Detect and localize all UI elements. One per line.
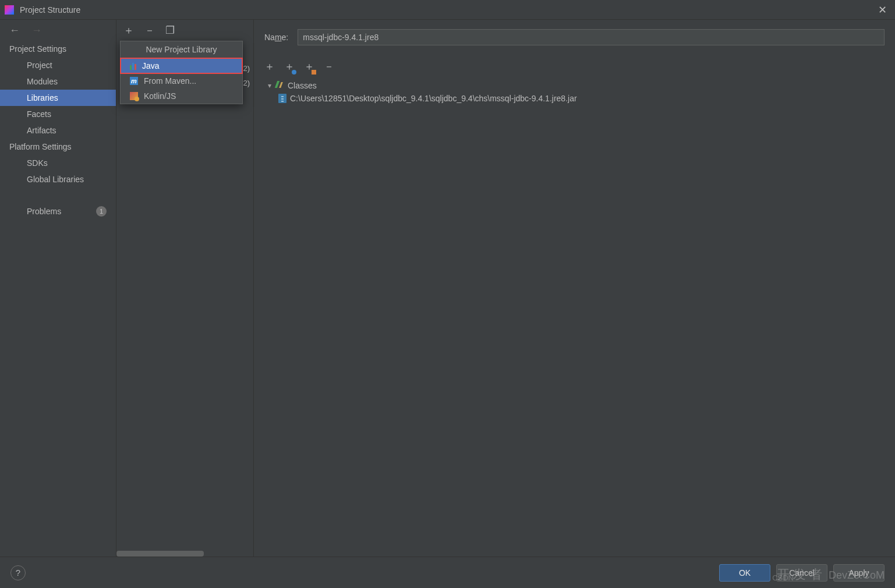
sidebar-item-label: Modules	[27, 77, 58, 86]
maven-icon: m	[130, 77, 138, 85]
chevron-down-icon: ▾	[268, 82, 271, 90]
sidebar-item-artifacts[interactable]: Artifacts	[0, 122, 116, 139]
apply-button[interactable]: Apply	[833, 564, 885, 582]
popup-title: New Project Library	[121, 41, 242, 58]
window-title: Project Structure	[20, 5, 80, 15]
library-roots-tree: ▾ Classes C:\Users\12851\Desktop\sqljdbc…	[264, 76, 885, 105]
copy-library-icon[interactable]: ❐	[165, 24, 175, 37]
sidebar-item-label: Facets	[27, 109, 51, 119]
sidebar-item-project[interactable]: Project	[0, 57, 116, 73]
remove-root-icon[interactable]: －	[324, 59, 334, 73]
java-icon	[130, 62, 136, 70]
library-toolbar: ＋ － ❐	[116, 20, 253, 41]
sidebar: ← → Project Settings Project Modules Lib…	[0, 20, 116, 557]
sidebar-item-sdks[interactable]: SDKs	[0, 155, 116, 171]
jar-path-label: C:\Users\12851\Desktop\sqljdbc_9.4.1\sql…	[290, 94, 577, 103]
app-icon	[5, 5, 14, 15]
library-list-scrollbar[interactable]	[116, 551, 253, 557]
popup-item-from-maven[interactable]: m From Maven...	[121, 73, 242, 88]
popup-item-label: Kotlin/JS	[144, 91, 176, 101]
new-library-popup: New Project Library Java m From Maven...…	[120, 41, 243, 104]
sidebar-item-label: Project	[27, 61, 52, 70]
sidebar-item-label: Global Libraries	[27, 175, 84, 184]
close-icon[interactable]: ✕	[878, 3, 887, 16]
add-url-root-icon[interactable]: ＋	[284, 59, 295, 73]
add-folder-root-icon[interactable]: ＋	[304, 59, 314, 73]
nav-arrows: ← →	[0, 20, 116, 41]
library-item-suffix: 2)	[243, 79, 250, 87]
tree-node-classes[interactable]: ▾ Classes	[264, 79, 885, 92]
sidebar-item-problems[interactable]: Problems 1	[0, 203, 116, 220]
name-label: Name:	[264, 33, 288, 42]
kotlin-js-icon	[130, 92, 138, 100]
section-platform-settings: Platform Settings	[0, 139, 116, 155]
popup-item-kotlin-js[interactable]: Kotlin/JS	[121, 88, 242, 104]
library-name-row: Name:	[264, 29, 885, 45]
add-library-icon[interactable]: ＋	[123, 23, 134, 37]
cancel-button[interactable]: Cancel	[776, 564, 827, 582]
library-detail-panel: Name: ＋ ＋ ＋ － ▾ Classes C:\Users\12851\D…	[254, 20, 895, 557]
library-detail-toolbar: ＋ ＋ ＋ －	[264, 57, 885, 76]
sidebar-item-modules[interactable]: Modules	[0, 73, 116, 90]
ok-button[interactable]: OK	[719, 564, 770, 582]
sidebar-item-facets[interactable]: Facets	[0, 106, 116, 122]
sidebar-item-label: Problems	[27, 207, 61, 216]
library-item-suffix: 2)	[243, 64, 250, 73]
library-name-input[interactable]	[298, 29, 885, 45]
popup-item-label: From Maven...	[144, 76, 196, 86]
sidebar-item-libraries[interactable]: Libraries	[0, 90, 116, 106]
sidebar-item-label: SDKs	[27, 158, 48, 168]
forward-arrow-icon[interactable]: →	[31, 24, 42, 37]
help-button[interactable]: ?	[10, 565, 26, 580]
popup-item-java[interactable]: Java	[121, 58, 242, 73]
remove-library-icon[interactable]: －	[144, 23, 155, 37]
tree-node-jar[interactable]: C:\Users\12851\Desktop\sqljdbc_9.4.1\sql…	[264, 92, 885, 105]
add-root-icon[interactable]: ＋	[264, 59, 275, 73]
titlebar: Project Structure ✕	[0, 0, 895, 20]
popup-item-label: Java	[142, 61, 160, 70]
problems-count-badge: 1	[96, 206, 107, 217]
dialog-button-bar: ? OK Cancel Apply	[0, 557, 895, 588]
sidebar-item-label: Artifacts	[27, 126, 56, 135]
jar-archive-icon	[278, 94, 286, 103]
tree-label: Classes	[288, 81, 317, 90]
sidebar-item-label: Libraries	[27, 93, 58, 102]
back-arrow-icon[interactable]: ←	[9, 24, 20, 37]
sidebar-item-global-libraries[interactable]: Global Libraries	[0, 171, 116, 187]
section-project-settings: Project Settings	[0, 41, 116, 57]
classes-icon	[275, 81, 284, 90]
